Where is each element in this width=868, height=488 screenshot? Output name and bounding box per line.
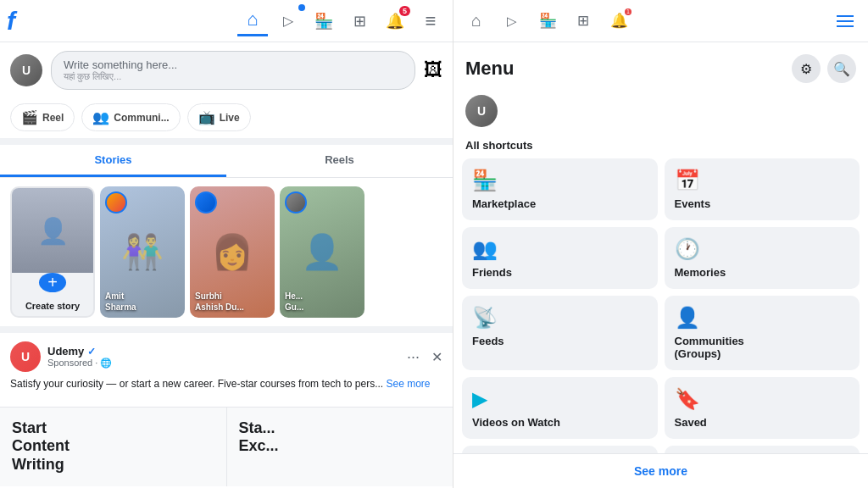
shortcut-friends[interactable]: 👥 Friends [462, 227, 658, 289]
see-more-bar[interactable]: See more [453, 453, 868, 488]
shortcut-videos-on-watch-label: Videos on Watch [472, 416, 560, 429]
ad-header: U Udemy ✓ Sponsored · 🌐 ··· ✕ [10, 341, 442, 372]
left-top-nav: f ⌂ ▷ 🏪 ⊞ 🔔 5 ≡ [0, 0, 453, 42]
banner-card-2[interactable]: Sta...Exc... [227, 408, 453, 486]
hamburger-icon [837, 15, 854, 27]
shortcut-communities-label: Communities (Groups) [675, 335, 744, 360]
right-panel: ⌂ ▷ 🏪 ⊞ 🔔 1 Menu ⚙ 🔍 U All shortcu [453, 0, 868, 488]
shortcut-events[interactable]: 📅 Events [665, 158, 860, 220]
live-icon: 📺 [198, 109, 215, 125]
create-story-plus-icon: + [39, 273, 66, 292]
community-button[interactable]: 👥 Communi... [81, 103, 180, 131]
shortcuts-grid: 🏪 Marketplace 📅 Events 👥 Friends 🕐 Memor… [453, 158, 868, 453]
story-surbhi[interactable]: 👩 SurbhiAshish Du... [190, 186, 275, 318]
story-avatar-2 [195, 191, 217, 214]
friends-icon: 👥 [472, 237, 498, 261]
shortcut-saved[interactable]: 🔖 Saved [665, 377, 860, 439]
banner-title-2: Sta...Exc... [239, 419, 442, 456]
memories-icon: 🕐 [675, 237, 700, 261]
post-placeholder-sub: यहां कुछ लिखिए... [64, 71, 403, 82]
menu-title: Menu [465, 58, 514, 80]
reel-icon: 🎬 [21, 109, 38, 125]
post-placeholder-main: Write something here... [64, 58, 403, 71]
nav-menu[interactable]: ≡ [415, 6, 446, 36]
events-icon: 📅 [675, 169, 700, 192]
communities-icon: 👤 [675, 306, 700, 330]
nav-video[interactable]: ▷ [273, 6, 303, 36]
shortcut-events-label: Events [675, 197, 711, 210]
shortcut-memories-label: Memories [675, 266, 726, 279]
bell-badge: 5 [399, 6, 410, 16]
banner-title-1: StartContentWriting [12, 419, 214, 474]
ad-more-options[interactable]: ··· [407, 348, 420, 366]
shortcut-communities[interactable]: 👤 Communities (Groups) [665, 296, 860, 370]
reel-label: Reel [42, 112, 64, 124]
community-label: Communi... [114, 112, 169, 124]
right-hamburger-menu[interactable] [831, 7, 860, 36]
story-avatar-1 [105, 191, 127, 214]
right-nav-bell[interactable]: 🔔 1 [604, 7, 633, 36]
right-nav-home[interactable]: ⌂ [462, 7, 491, 36]
story-he-gu[interactable]: 👤 He...Gu... [280, 186, 364, 318]
right-nav-groups[interactable]: ⊞ [569, 7, 598, 36]
live-button[interactable]: 📺 Live [187, 103, 251, 131]
story-label-1: AmitSharma [105, 291, 136, 313]
shortcut-videos-on-watch[interactable]: ▶ Videos on Watch [462, 377, 658, 439]
post-box: U Write something here... यहां कुछ लिखिए… [0, 42, 453, 98]
saved-icon: 🔖 [675, 387, 700, 411]
nav-store[interactable]: 🏪 [309, 6, 339, 36]
ad-logo: U [10, 341, 41, 372]
ad-close-button[interactable]: ✕ [431, 349, 442, 365]
live-label: Live [220, 112, 240, 124]
right-nav-icons: ⌂ ▷ 🏪 ⊞ 🔔 1 [462, 7, 633, 36]
story-label-2: SurbhiAshish Du... [195, 291, 244, 313]
shortcut-memories[interactable]: 🕐 Memories [665, 227, 860, 289]
feeds-icon: 📡 [472, 306, 498, 330]
nav-home[interactable]: ⌂ [237, 6, 268, 36]
community-icon: 👥 [92, 109, 109, 125]
shortcut-feeds-label: Feeds [472, 335, 504, 347]
story-avatar-3 [285, 191, 307, 214]
shortcut-marketplace-label: Marketplace [472, 197, 536, 210]
menu-header: Menu ⚙ 🔍 [453, 42, 868, 90]
shortcut-friends-label: Friends [472, 266, 512, 279]
tab-stories[interactable]: Stories [0, 145, 226, 177]
shortcut-reels[interactable]: 🎬 Reels [665, 446, 860, 453]
reel-button[interactable]: 🎬 Reel [10, 103, 75, 131]
shortcuts-label: All shortcuts [453, 136, 868, 158]
post-input[interactable]: Write something here... यहां कुछ लिखिए..… [51, 51, 415, 90]
ad-text: Satisfy your curiosity — or start a new … [10, 377, 442, 391]
create-story-card[interactable]: 👤 + Create story [10, 186, 95, 318]
menu-user-avatar: U [465, 95, 498, 127]
post-photo-icon[interactable]: 🖼 [424, 59, 442, 81]
right-nav-store[interactable]: 🏪 [533, 7, 562, 36]
ad-brand-name: Udemy ✓ [47, 345, 400, 358]
menu-search-button[interactable]: 🔍 [827, 54, 856, 83]
tab-reels[interactable]: Reels [226, 145, 453, 177]
left-panel: f ⌂ ▷ 🏪 ⊞ 🔔 5 ≡ U Write something here..… [0, 0, 453, 488]
user-avatar: U [10, 54, 42, 86]
right-nav-video[interactable]: ▷ [498, 7, 526, 36]
right-top-nav: ⌂ ▷ 🏪 ⊞ 🔔 1 [453, 0, 868, 42]
shortcut-pages[interactable]: 🚩 Pages [462, 446, 658, 453]
story-label-3: He...Gu... [285, 291, 303, 313]
stories-row: 👤 + Create story 👫 AmitSharma 👩 SurbhiAs… [0, 178, 453, 326]
shortcut-saved-label: Saved [675, 416, 707, 429]
facebook-logo: f [7, 7, 15, 36]
shortcut-marketplace[interactable]: 🏪 Marketplace [462, 158, 658, 220]
story-amit-sharma[interactable]: 👫 AmitSharma [100, 186, 185, 318]
menu-user-row: U [453, 90, 868, 136]
stories-reels-tabs: Stories Reels [0, 145, 453, 178]
nav-bell[interactable]: 🔔 5 [380, 6, 410, 36]
nav-groups[interactable]: ⊞ [344, 6, 375, 36]
quick-actions: 🎬 Reel 👥 Communi... 📺 Live [0, 98, 453, 145]
menu-header-icons: ⚙ 🔍 [792, 54, 856, 83]
shortcut-feeds[interactable]: 📡 Feeds [462, 296, 658, 370]
left-nav-icons: ⌂ ▷ 🏪 ⊞ 🔔 5 ≡ [237, 6, 446, 36]
banner-card-1[interactable]: StartContentWriting [0, 408, 227, 486]
ad-sponsored-label: Sponsored · 🌐 [47, 358, 400, 369]
ad-section: U Udemy ✓ Sponsored · 🌐 ··· ✕ Satisfy yo… [0, 326, 453, 400]
menu-settings-button[interactable]: ⚙ [792, 54, 821, 83]
ad-see-more-link[interactable]: See more [387, 378, 431, 390]
marketplace-icon: 🏪 [472, 169, 498, 192]
